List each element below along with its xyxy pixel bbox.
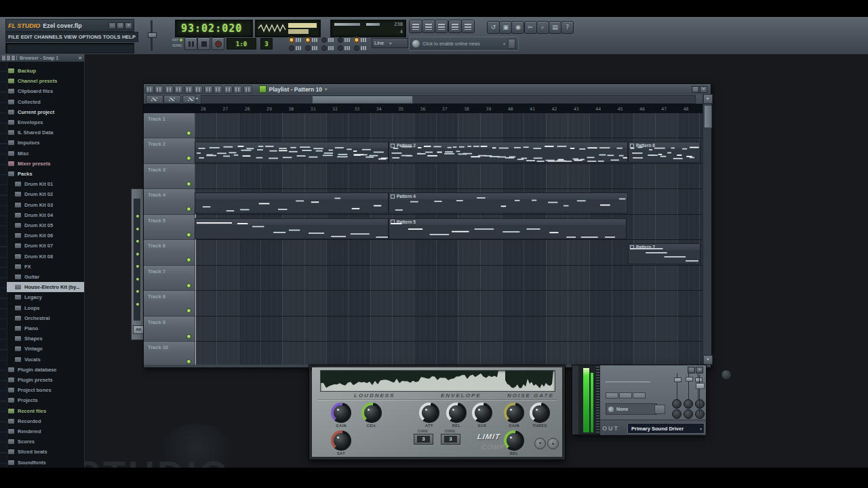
ceil-knob[interactable] xyxy=(361,403,382,423)
playlist-toolbar-icon-6[interactable] xyxy=(194,85,203,94)
fader-handle[interactable] xyxy=(696,383,705,389)
playlist-toolbar-icon-11[interactable] xyxy=(243,85,252,94)
minimize-icon[interactable]: – xyxy=(108,22,116,29)
sidebar-item-drum-kit-06[interactable]: Drum Kit 06 xyxy=(7,230,84,241)
pattern-clip[interactable] xyxy=(195,192,389,214)
pattern-clip[interactable] xyxy=(195,142,389,163)
draw-tool-button[interactable] xyxy=(146,95,163,104)
sidebar-item-recorded[interactable]: Recorded xyxy=(7,416,84,426)
sidebar-item-plugin-presets[interactable]: Plugin presets xyxy=(7,375,84,385)
save-button[interactable]: ▣ xyxy=(499,21,512,34)
sidebar-item-drum-kit-01[interactable]: Drum Kit 01 xyxy=(7,179,84,189)
maximize-icon[interactable]: □ xyxy=(117,22,124,29)
vertical-scrollbar[interactable]: ▸ ▾ xyxy=(703,94,711,365)
sidebar-item-shapes[interactable]: Shapes xyxy=(7,333,84,344)
sidebar-item-packs[interactable]: Packs xyxy=(7,169,84,179)
track-header-9[interactable]: Track 9 xyxy=(144,317,195,342)
track-enable-led[interactable] xyxy=(186,207,191,211)
menu-file[interactable]: FILE xyxy=(8,34,19,40)
zoom-button[interactable]: ⌕ xyxy=(536,21,549,34)
effect-slot[interactable]: None xyxy=(606,403,657,415)
playlist-toolbar-icon-10[interactable] xyxy=(233,85,242,94)
sidebar-item-fx[interactable]: FX xyxy=(7,262,84,272)
channel-rack-all-button[interactable]: All xyxy=(133,325,144,334)
slot-menu-button[interactable] xyxy=(654,405,665,414)
slip-tool-button[interactable] xyxy=(163,95,181,104)
channel-mute-led[interactable] xyxy=(136,265,139,268)
track-enable-led[interactable] xyxy=(186,258,191,262)
undo-button[interactable]: ↺ xyxy=(487,21,500,34)
news-side-button[interactable] xyxy=(508,39,515,49)
track-volume-fader[interactable] xyxy=(699,375,700,414)
vertical-scroll-thumb[interactable] xyxy=(704,105,712,128)
toggle-switch-7[interactable] xyxy=(305,45,317,51)
gain-knob[interactable] xyxy=(331,403,351,423)
channel-mute-led[interactable] xyxy=(136,253,139,256)
snap-dropdown[interactable]: Line ▾ xyxy=(372,38,408,48)
toggle-switch-10[interactable] xyxy=(354,45,366,51)
track-enable-led[interactable] xyxy=(186,156,191,161)
sidebar-item-misc[interactable]: Misc xyxy=(7,148,84,159)
track-header-6[interactable]: Track 6 xyxy=(144,240,195,265)
sidebar-item-loops[interactable]: Loops xyxy=(7,303,84,313)
channel-mute-led[interactable] xyxy=(136,278,139,281)
track-header-10[interactable]: Track 10 xyxy=(144,342,195,365)
cut-button[interactable]: ✂ xyxy=(524,21,537,34)
track-header-4[interactable]: Track 4 xyxy=(144,189,195,214)
close-icon[interactable]: × xyxy=(696,367,703,373)
sidebar-item-projects[interactable]: Projects xyxy=(7,395,84,405)
output-device-dropdown[interactable]: Primary Sound Driver ▾ xyxy=(627,423,705,434)
sidebar-item-vintage[interactable]: Vintage xyxy=(7,344,84,354)
maximize-icon[interactable]: □ xyxy=(692,86,699,93)
sidebar-item-clipboard-files[interactable]: Clipboard files xyxy=(7,86,84,96)
mixer-knob-4[interactable] xyxy=(672,409,682,419)
channel-mute-led[interactable] xyxy=(136,215,139,218)
sidebar-item-drum-kit-07[interactable]: Drum Kit 07 xyxy=(7,241,84,251)
menu-view[interactable]: VIEW xyxy=(64,34,77,40)
thres-knob[interactable] xyxy=(530,403,550,423)
sidebar-item-mixer-presets[interactable]: Mixer presets xyxy=(7,159,84,169)
position-display[interactable]: 1:0 xyxy=(226,38,256,49)
playlist-toolbar-icon-9[interactable] xyxy=(224,85,233,94)
mixer-chicklet-1[interactable] xyxy=(606,392,618,399)
toggle-switch-4[interactable] xyxy=(338,37,350,43)
eq-slider-2[interactable] xyxy=(688,373,689,399)
channel-mute-led[interactable] xyxy=(136,290,139,293)
playlist-toolbar-icon-5[interactable] xyxy=(184,85,193,94)
rel-knob[interactable] xyxy=(504,430,524,451)
record-button[interactable] xyxy=(212,37,224,50)
sidebar-item-drum-kit-05[interactable]: Drum Kit 05 xyxy=(7,220,84,230)
time-display-panel[interactable]: 93:02:020 xyxy=(175,20,253,37)
scroll-button-top[interactable]: ▸ xyxy=(703,94,713,104)
preset-down-button[interactable]: ▾ xyxy=(534,438,546,449)
menu-edit[interactable]: EDIT xyxy=(21,34,33,40)
sidebar-item-backup[interactable]: Backup xyxy=(7,66,84,76)
playlist-toolbar-icon-7[interactable] xyxy=(204,85,213,94)
mixer-knob-6[interactable] xyxy=(695,409,705,419)
fader-handle[interactable] xyxy=(148,33,157,38)
track-header-2[interactable]: Track 2 xyxy=(144,138,195,163)
track-header-1[interactable]: Track 1 xyxy=(144,113,195,138)
toggle-switch-5[interactable] xyxy=(354,37,366,43)
track-enable-led[interactable] xyxy=(186,308,191,313)
sidebar-item-il-shared-data[interactable]: IL Shared Data xyxy=(7,127,84,138)
sidebar-item-impulses[interactable]: Impulses xyxy=(7,138,84,148)
sidebar-item-envelopes[interactable]: Envelopes xyxy=(7,117,84,127)
gain-knob[interactable] xyxy=(504,403,524,423)
mixer-knob-5[interactable] xyxy=(684,409,693,419)
channel-mute-led[interactable] xyxy=(136,240,139,243)
playlist-toolbar-icon-4[interactable] xyxy=(174,85,183,94)
sidebar-item-drum-kit-08[interactable]: Drum Kit 08 xyxy=(7,251,84,262)
rel-knob[interactable] xyxy=(446,403,467,423)
track-header-7[interactable]: Track 7 xyxy=(144,266,195,291)
pattern-clip-pattern-4[interactable]: Pattern 4 xyxy=(389,192,628,214)
sidebar-item-drum-kit-03[interactable]: Drum Kit 03 xyxy=(7,200,84,210)
sidebar-item-current-project[interactable]: Current project xyxy=(7,107,84,117)
sidebar-item-soundfonts[interactable]: Soundfonts xyxy=(7,458,84,468)
pianoroll-view-button[interactable] xyxy=(435,20,448,33)
playlist-titlebar[interactable]: Playlist - Pattern 10 ▾ □× xyxy=(144,84,711,94)
toggle-switch-2[interactable] xyxy=(305,37,317,43)
magnet-tool-button[interactable] xyxy=(182,95,196,104)
stop-button[interactable] xyxy=(197,37,210,50)
track-header-5[interactable]: Track 5 xyxy=(144,215,195,240)
